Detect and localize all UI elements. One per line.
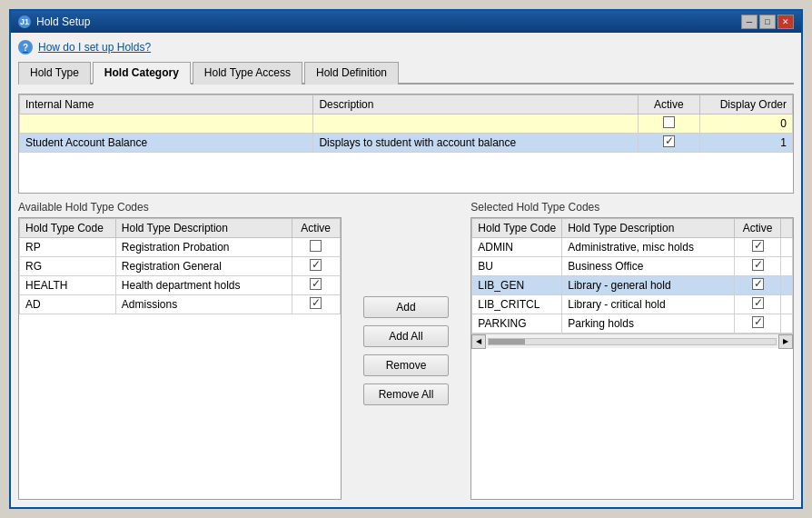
main-window: J1 Hold Setup ─ □ ✕ ? How do I set up Ho… (9, 9, 803, 509)
available-table-container: Hold Type Code Hold Type Description Act… (18, 217, 342, 500)
cell-description: Displays to student with account balance (313, 134, 638, 153)
cell-description: Library - critical hold (562, 295, 735, 314)
active-checkbox[interactable] (310, 297, 322, 309)
add-button[interactable]: Add (363, 296, 450, 318)
cell-active[interactable] (292, 295, 340, 314)
minimize-button[interactable]: ─ (741, 15, 758, 29)
table-row[interactable]: RP Registration Probation (20, 238, 341, 257)
table-row[interactable]: LIB_CRITCL Library - critical hold (472, 295, 793, 314)
scroll-thumb[interactable] (489, 339, 525, 344)
table-row[interactable]: BU Business Office (472, 257, 793, 276)
tab-hold-definition[interactable]: Hold Definition (304, 62, 399, 85)
transfer-buttons: Add Add All Remove Remove All (356, 201, 457, 500)
scroll-right-button[interactable]: ▶ (778, 334, 793, 349)
available-panel-title: Available Hold Type Codes (18, 201, 342, 214)
cell-active[interactable] (638, 134, 699, 153)
cell-active[interactable] (735, 314, 781, 334)
available-table-header: Hold Type Code Hold Type Description Act… (20, 219, 341, 238)
cell-active[interactable] (735, 238, 781, 257)
cell-internal-name[interactable] (20, 115, 313, 134)
window-title: Hold Setup (36, 15, 90, 28)
cell-internal-name: Student Account Balance (20, 134, 313, 153)
active-checkbox[interactable] (752, 259, 764, 271)
active-checkbox[interactable] (663, 135, 675, 147)
col-active: Active (638, 95, 699, 115)
col-internal-name: Internal Name (20, 95, 313, 115)
active-checkbox[interactable] (752, 297, 764, 309)
table-row[interactable]: Student Account Balance Displays to stud… (20, 134, 793, 153)
cell-description: Parking holds (562, 314, 735, 334)
help-text: How do I set up Holds? (38, 41, 151, 54)
cell-active[interactable] (292, 238, 340, 257)
cell-code: PARKING (472, 314, 562, 334)
cell-code: RG (20, 257, 116, 276)
main-table-container: Internal Name Description Active Display… (18, 94, 794, 194)
avail-col-desc: Hold Type Description (115, 219, 292, 238)
table-row[interactable]: RG Registration General (20, 257, 341, 276)
cell-active[interactable] (735, 257, 781, 276)
title-buttons: ─ □ ✕ (741, 15, 794, 29)
remove-all-button[interactable]: Remove All (363, 384, 450, 405)
active-checkbox[interactable] (310, 240, 322, 252)
available-table: Hold Type Code Hold Type Description Act… (19, 218, 341, 314)
cell-display-order: 1 (699, 134, 792, 153)
cell-description[interactable] (313, 115, 638, 134)
cell-active[interactable] (638, 115, 699, 134)
tab-hold-type[interactable]: Hold Type (18, 62, 91, 85)
available-panel: Available Hold Type Codes Hold Type Code… (18, 201, 342, 500)
active-checkbox[interactable] (310, 278, 322, 290)
cell-code: ADMIN (472, 238, 562, 257)
active-checkbox[interactable] (752, 278, 764, 290)
cell-description: Health department holds (115, 276, 292, 295)
title-bar: J1 Hold Setup ─ □ ✕ (11, 11, 801, 33)
scroll-left-button[interactable]: ◀ (471, 334, 486, 349)
avail-col-code: Hold Type Code (20, 219, 116, 238)
cell-code: LIB_GEN (472, 276, 562, 295)
table-row[interactable]: 0 (20, 115, 793, 134)
table-row[interactable]: PARKING Parking holds (472, 314, 793, 334)
selected-panel-title: Selected Hold Type Codes (470, 201, 794, 214)
title-bar-left: J1 Hold Setup (18, 15, 90, 28)
selected-table-header: Hold Type Code Hold Type Description Act… (472, 219, 793, 238)
col-display-order: Display Order (699, 95, 792, 115)
help-link[interactable]: ? How do I set up Holds? (18, 40, 794, 55)
horizontal-scrollbar[interactable]: ◀ ▶ (471, 334, 793, 348)
tab-hold-category[interactable]: Hold Category (93, 62, 191, 85)
selected-table: Hold Type Code Hold Type Description Act… (471, 218, 793, 334)
close-button[interactable]: ✕ (777, 15, 794, 29)
active-checkbox[interactable] (752, 240, 764, 252)
table-row[interactable]: LIB_GEN Library - general hold (472, 276, 793, 295)
help-icon: ? (18, 40, 33, 55)
avail-col-active: Active (292, 219, 340, 238)
main-table: Internal Name Description Active Display… (19, 95, 793, 153)
cell-code: RP (20, 238, 116, 257)
app-icon: J1 (18, 15, 31, 28)
cell-display-order: 0 (699, 115, 792, 134)
tab-hold-type-access[interactable]: Hold Type Access (193, 62, 302, 85)
selected-table-container: Hold Type Code Hold Type Description Act… (470, 217, 794, 500)
scroll-track[interactable] (488, 338, 777, 345)
main-table-header: Internal Name Description Active Display… (20, 95, 793, 115)
cell-code: BU (472, 257, 562, 276)
active-checkbox[interactable] (752, 316, 764, 328)
sel-col-desc: Hold Type Description (562, 219, 735, 238)
add-all-button[interactable]: Add All (363, 325, 450, 347)
cell-description: Library - general hold (562, 276, 735, 295)
cell-active[interactable] (292, 276, 340, 295)
cell-description: Admissions (115, 295, 292, 314)
table-row[interactable]: HEALTH Health department holds (20, 276, 341, 295)
table-row[interactable]: ADMIN Administrative, misc holds (472, 238, 793, 257)
cell-description: Administrative, misc holds (562, 238, 735, 257)
table-row[interactable]: AD Admissions (20, 295, 341, 314)
active-checkbox[interactable] (663, 116, 675, 128)
cell-active[interactable] (292, 257, 340, 276)
selected-panel: Selected Hold Type Codes Hold Type Code … (470, 201, 794, 500)
cell-active[interactable] (735, 295, 781, 314)
active-checkbox[interactable] (310, 259, 322, 271)
maximize-button[interactable]: □ (759, 15, 776, 29)
tab-content: Internal Name Description Active Display… (18, 90, 794, 500)
cell-active[interactable] (735, 276, 781, 295)
remove-button[interactable]: Remove (363, 354, 450, 376)
cell-description: Registration General (115, 257, 292, 276)
cell-description: Business Office (562, 257, 735, 276)
